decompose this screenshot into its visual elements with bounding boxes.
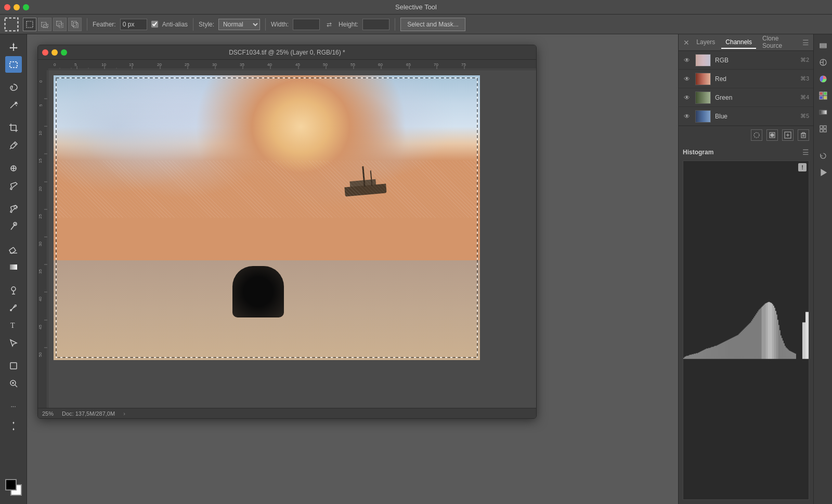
- svg-rect-220: [805, 312, 809, 359]
- canvas-area[interactable]: DSCF1034.tif @ 25% (Layer 0, RGB/16) * 0…: [27, 34, 678, 504]
- pen-tool[interactable]: [5, 299, 22, 316]
- lasso-tool[interactable]: [5, 79, 22, 96]
- minimize-button[interactable]: [14, 4, 20, 10]
- svg-rect-7: [73, 23, 78, 28]
- actions-icon[interactable]: [816, 165, 830, 180]
- adjustments-icon[interactable]: [816, 55, 830, 70]
- svg-rect-140: [713, 347, 714, 359]
- healing-brush-tool[interactable]: [5, 160, 22, 177]
- shape-tool[interactable]: [5, 357, 22, 374]
- svg-rect-129: [702, 351, 703, 359]
- channel-delete-btn[interactable]: [798, 129, 809, 141]
- channel-eye-rgb[interactable]: 👁: [683, 56, 691, 64]
- style-select[interactable]: Normal Fixed Ratio Fixed Size: [218, 19, 260, 30]
- svg-rect-166: [740, 332, 742, 359]
- svg-rect-180: [756, 314, 757, 359]
- eraser-tool[interactable]: [5, 241, 22, 258]
- canvas-viewport[interactable]: [48, 70, 536, 397]
- zoom-tool[interactable]: [5, 375, 22, 392]
- svg-rect-201: [777, 320, 778, 359]
- svg-rect-185: [761, 308, 762, 359]
- height-input[interactable]: [362, 19, 389, 30]
- channel-load-selection-btn[interactable]: [751, 129, 762, 141]
- channel-name-green: Green: [715, 94, 796, 101]
- channel-eye-red[interactable]: 👁: [683, 75, 691, 83]
- swatches-icon[interactable]: [816, 88, 830, 103]
- svg-marker-39: [12, 422, 15, 423]
- eyedropper-tool[interactable]: [5, 137, 22, 154]
- select-and-mask-button[interactable]: Select and Mask...: [400, 18, 465, 31]
- doc-minimize-btn[interactable]: [51, 49, 58, 56]
- subtract-selection-btn[interactable]: [53, 18, 67, 31]
- channel-row-green[interactable]: 👁 Green ⌘4: [679, 88, 813, 107]
- path-selection-tool[interactable]: [5, 335, 22, 351]
- new-selection-btn[interactable]: [23, 18, 36, 31]
- history-brush-tool[interactable]: [5, 218, 22, 235]
- maximize-button[interactable]: [23, 4, 29, 10]
- dodge-tool[interactable]: [5, 282, 22, 298]
- selection-tool-icon[interactable]: [4, 17, 19, 32]
- svg-rect-171: [746, 326, 747, 359]
- svg-rect-146: [720, 344, 721, 359]
- type-tool[interactable]: T: [5, 317, 22, 334]
- channel-row-blue[interactable]: 👁 Blue ⌘5: [679, 107, 813, 126]
- tab-layers[interactable]: Layers: [692, 36, 719, 49]
- svg-point-104: [771, 134, 774, 137]
- svg-rect-135: [708, 348, 709, 359]
- svg-rect-228: [820, 92, 823, 95]
- channel-eye-green[interactable]: 👁: [683, 94, 691, 102]
- svg-text:40: 40: [267, 62, 272, 67]
- tab-channels[interactable]: Channels: [721, 36, 756, 49]
- brush-tool[interactable]: [5, 178, 22, 194]
- svg-rect-159: [733, 337, 734, 359]
- histogram-menu-btn[interactable]: ☰: [802, 148, 809, 156]
- svg-rect-117: [690, 355, 691, 359]
- patterns-icon[interactable]: [816, 122, 830, 136]
- channel-new-btn[interactable]: [782, 129, 794, 141]
- swap-dimensions-btn[interactable]: ⇄: [324, 19, 334, 30]
- crop-tool[interactable]: [5, 120, 22, 136]
- gradient-tool[interactable]: [5, 259, 22, 275]
- svg-rect-164: [738, 334, 739, 359]
- gradients-icon[interactable]: [816, 105, 830, 120]
- anti-alias-checkbox[interactable]: [151, 21, 158, 28]
- svg-rect-229: [824, 92, 827, 95]
- channel-eye-blue[interactable]: 👁: [683, 112, 691, 121]
- feather-input[interactable]: [120, 19, 147, 30]
- tab-clone-source[interactable]: Clone Source: [758, 34, 800, 52]
- intersect-selection-btn[interactable]: [68, 18, 82, 31]
- anti-alias-label: Anti-alias: [162, 21, 188, 28]
- svg-rect-168: [743, 329, 744, 359]
- move-tool[interactable]: [5, 38, 22, 55]
- doc-close-btn[interactable]: [42, 49, 48, 56]
- svg-point-102: [754, 132, 759, 138]
- history-icon[interactable]: [816, 149, 830, 163]
- add-selection-btn[interactable]: [38, 18, 51, 31]
- clone-stamp-tool[interactable]: [5, 201, 22, 217]
- svg-text:5: 5: [38, 104, 43, 107]
- doc-maximize-btn[interactable]: [61, 49, 67, 56]
- color-panel-icon[interactable]: [816, 72, 830, 86]
- width-input[interactable]: [293, 19, 320, 30]
- status-arrow[interactable]: ›: [123, 410, 125, 417]
- channel-row-red[interactable]: 👁 Red ⌘3: [679, 70, 813, 88]
- channel-row-rgb[interactable]: 👁 RGB ⌘2: [679, 51, 813, 70]
- svg-text:20: 20: [157, 62, 162, 67]
- svg-rect-175: [750, 322, 751, 359]
- svg-point-31: [10, 309, 12, 311]
- main-area: T ···: [0, 34, 832, 504]
- close-button[interactable]: [4, 4, 10, 10]
- channel-save-selection-btn[interactable]: [766, 129, 778, 141]
- foreground-color[interactable]: [5, 479, 17, 490]
- magic-wand-tool[interactable]: [5, 97, 22, 113]
- svg-rect-150: [724, 342, 725, 359]
- svg-rect-152: [726, 341, 727, 359]
- rectangular-marquee-tool[interactable]: [5, 56, 22, 73]
- extra-tools-btn[interactable]: ···: [5, 398, 22, 415]
- foreground-background-colors[interactable]: [5, 479, 22, 496]
- svg-rect-209: [786, 348, 787, 359]
- panel-close-button[interactable]: ✕: [683, 38, 690, 47]
- layers-panel-icon[interactable]: [816, 38, 830, 53]
- hand-pan-btn[interactable]: [5, 418, 22, 434]
- panel-menu-button[interactable]: ☰: [802, 38, 809, 47]
